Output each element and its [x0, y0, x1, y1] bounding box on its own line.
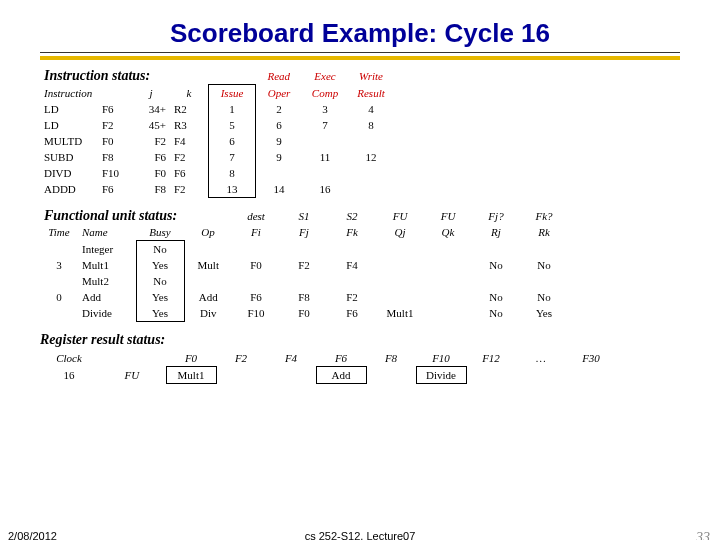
instr-issue: 6 [209, 133, 256, 149]
fu-fj [280, 241, 328, 258]
instr-exec [302, 165, 348, 181]
table-row: 0AddYesAddF6F8F2NoNo [40, 289, 568, 305]
fu-name: Mult2 [78, 273, 136, 289]
instr-issue: 1 [209, 101, 256, 117]
table-row: Mult2No [40, 273, 568, 289]
reg-col-value [216, 367, 266, 384]
fu-op: Add [184, 289, 232, 305]
header-fuk: FU [424, 208, 472, 224]
instr-read: 9 [256, 133, 303, 149]
header-k: k [170, 85, 209, 102]
fu-rj: No [472, 305, 520, 322]
fu-fi [232, 241, 280, 258]
table-row: SUBDF8F6F2791112 [40, 149, 394, 165]
header-rj: Rj [472, 224, 520, 241]
instr-j: 45+ [132, 117, 170, 133]
fu-label: FU [124, 369, 139, 381]
header-s1: S1 [280, 208, 328, 224]
header-issue: Issue [209, 85, 256, 102]
footer-date: 2/08/2012 [8, 530, 57, 540]
table-row: ADDDF6F8F2131416 [40, 181, 394, 198]
instr-write: 8 [348, 117, 394, 133]
header-s2: S2 [328, 208, 376, 224]
header-comp: Comp [302, 85, 348, 102]
reg-col-header: F2 [216, 350, 266, 367]
reg-col-value [566, 367, 616, 384]
instr-k: F2 [170, 181, 209, 198]
instr-read: 6 [256, 117, 303, 133]
header-write: Write [348, 68, 394, 85]
instr-read [256, 165, 303, 181]
fu-fi: F0 [232, 257, 280, 273]
fu-qk [424, 257, 472, 273]
header-fuj: FU [376, 208, 424, 224]
fu-fk [328, 241, 376, 258]
fu-busy: Yes [136, 257, 184, 273]
instr-op: ADDD [40, 181, 98, 198]
instr-op: LD [40, 117, 98, 133]
fu-fk: F2 [328, 289, 376, 305]
instr-op: SUBD [40, 149, 98, 165]
instr-dst: F6 [98, 181, 132, 198]
instr-j: F2 [132, 133, 170, 149]
reg-col-header: F6 [316, 350, 366, 367]
instr-write: 4 [348, 101, 394, 117]
reg-col-header: … [516, 350, 566, 367]
instr-k: F2 [170, 149, 209, 165]
fu-fj: F8 [280, 289, 328, 305]
header-read: Read [256, 68, 303, 85]
instr-exec: 3 [302, 101, 348, 117]
fu-busy: No [136, 241, 184, 258]
instr-exec: 11 [302, 149, 348, 165]
reg-col-header: F12 [466, 350, 516, 367]
fu-rk [520, 241, 568, 258]
table-row: IntegerNo [40, 241, 568, 258]
instr-k: R2 [170, 101, 209, 117]
header-fk: Fk [328, 224, 376, 241]
instr-k: R3 [170, 117, 209, 133]
fu-qj [376, 289, 424, 305]
reg-col-header: F0 [166, 350, 216, 367]
instr-op: LD [40, 101, 98, 117]
fu-name: Add [78, 289, 136, 305]
fu-time [40, 273, 78, 289]
instr-dst: F8 [98, 149, 132, 165]
fu-name: Mult1 [78, 257, 136, 273]
fu-status-table: Functional unit status: dest S1 S2 FU FU… [40, 208, 569, 322]
header-fj: Fj [280, 224, 328, 241]
header-busy: Busy [136, 224, 184, 241]
table-row: MULTDF0F2F469 [40, 133, 394, 149]
instr-j: 34+ [132, 101, 170, 117]
reg-col-value: Divide [416, 367, 466, 384]
instr-write [348, 165, 394, 181]
fu-qk [424, 305, 472, 322]
instr-exec [302, 133, 348, 149]
header-fjq: Fj? [472, 208, 520, 224]
instr-op: DIVD [40, 165, 98, 181]
header-op: Op [184, 224, 232, 241]
slide-title: Scoreboard Example: Cycle 16 [0, 0, 720, 55]
footer-page: 33 [696, 530, 710, 540]
content-area: Instruction status: Read Exec Write Inst… [0, 60, 720, 384]
fu-busy: Yes [136, 289, 184, 305]
reg-status-label: Register result status: [40, 332, 680, 348]
instr-write: 12 [348, 149, 394, 165]
reg-col-header: F10 [416, 350, 466, 367]
reg-col-value [466, 367, 516, 384]
fu-rj: No [472, 257, 520, 273]
instr-exec: 16 [302, 181, 348, 198]
fu-qk [424, 273, 472, 289]
header-time: Time [40, 224, 78, 241]
fu-op [184, 273, 232, 289]
instruction-status-table: Instruction status: Read Exec Write Inst… [40, 68, 394, 198]
header-result: Result [348, 85, 394, 102]
header-clock: Clock [40, 350, 98, 367]
header-fkq: Fk? [520, 208, 568, 224]
instr-j: F6 [132, 149, 170, 165]
fu-qk [424, 289, 472, 305]
instr-issue: 13 [209, 181, 256, 198]
fu-time [40, 305, 78, 322]
instr-issue: 5 [209, 117, 256, 133]
header-fi: Fi [232, 224, 280, 241]
instr-read: 2 [256, 101, 303, 117]
